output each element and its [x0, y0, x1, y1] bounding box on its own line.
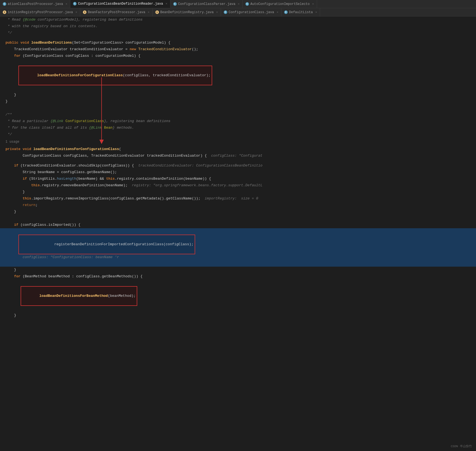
tab-close-auto[interactable]: × — [312, 2, 314, 6]
code-line-red-box-1: loadBeanDefinitionsForConfigurationClass… — [0, 59, 476, 92]
tab-default-list[interactable]: C DefaultLista × — [281, 8, 320, 16]
tab-icon-c-config: C — [224, 10, 227, 14]
code-line: * for the class itself and all of its {@… — [0, 125, 476, 131]
code-line: ConfigurationClass configClass, TrackedC… — [0, 153, 476, 159]
code-line: String beanName = configClass.getBeanNam… — [0, 169, 476, 176]
tab-label-active: ConfigurationClassBeanDefinitionReader.j… — [78, 2, 163, 6]
code-line: TrackedConditionEvaluator trackedConditi… — [0, 46, 476, 53]
tab-label-registry-post: initionRegistryPostProcessor.java — [8, 10, 73, 14]
tab-close-b3[interactable]: × — [216, 11, 218, 14]
code-line: if (configClass.isImported()) { — [0, 222, 476, 228]
code-line: public void loadBeanDefinitions(Set<Conf… — [0, 40, 476, 46]
code-line: return; — [0, 202, 476, 208]
code-line: for (ConfigurationClass configClass : co… — [0, 53, 476, 59]
code-line: /** — [0, 111, 476, 118]
tab-reader[interactable]: C ConfigurationClassBeanDefinitionReader… — [70, 0, 170, 8]
tab-close[interactable]: × — [66, 2, 68, 6]
tab-icon-c-parser: C — [173, 2, 177, 6]
code-line: } — [0, 189, 476, 195]
tab-close-parser[interactable]: × — [238, 2, 240, 6]
code-line: * Read {@code configurationModel}, regis… — [0, 16, 476, 23]
tab-icon-i1: i — [3, 10, 6, 14]
code-line: } — [0, 267, 476, 273]
tab-close-b1[interactable]: × — [75, 11, 77, 14]
tab-auto[interactable]: C AutoConfigurationImportSelecto × — [243, 0, 317, 8]
tab-icon-i3: i — [155, 10, 159, 14]
tab-icon-i2: i — [83, 10, 86, 14]
code-line: * Read a particular {@Link Configuration… — [0, 118, 476, 125]
tab-label-auto: AutoConfigurationImportSelecto — [250, 2, 310, 6]
tab-icon-c-default: C — [284, 10, 288, 14]
code-line: private void loadBeanDefinitionsForConfi… — [0, 146, 476, 153]
code-line: } — [0, 312, 476, 319]
tab-bar-top[interactable]: C ationClassPostProcessor.java × C Confi… — [0, 0, 476, 8]
tab-icon-c-active: C — [73, 2, 77, 5]
tab-label: ationClassPostProcessor.java — [8, 2, 63, 6]
tab-icon-c: C — [3, 2, 6, 6]
tab-close-b5[interactable]: × — [315, 11, 317, 14]
tab-label-parser: ConfigurationClassParser.java — [178, 2, 236, 6]
code-line: } — [0, 208, 476, 215]
code-line: this.importRegistry.removeImportingClass… — [0, 195, 476, 202]
tab-processor[interactable]: C ationClassPostProcessor.java × — [0, 0, 70, 8]
tab-icon-c-auto: C — [245, 2, 249, 6]
code-line: } — [0, 92, 476, 98]
tab-close-b4[interactable]: × — [276, 11, 278, 14]
tab-label-bean-factory: BeanFactoryPostProcessor.java — [88, 10, 145, 14]
tab-bar-bottom[interactable]: i initionRegistryPostProcessor.java × i … — [0, 8, 476, 16]
watermark: CSDN 半山惊竹 — [451, 444, 472, 448]
code-line: } — [0, 98, 476, 105]
tab-bean-def-reg[interactable]: i BeanDefinitionRegistry.java × — [153, 8, 221, 16]
code-line: * with the registry based on its content… — [0, 23, 476, 30]
tab-label-config-class: ConfigurationClass.java — [229, 10, 274, 14]
tab-label-bean-def-reg: BeanDefinitionRegistry.java — [160, 10, 214, 14]
tab-parser[interactable]: C ConfigurationClassParser.java × — [170, 0, 243, 8]
arrow-svg — [93, 75, 110, 146]
code-line: this.registry.removeBeanDefinition(beanN… — [0, 182, 476, 189]
code-line-red-box-2: loadBeanDefinitionsForBeanMethod(beanMet… — [0, 280, 476, 312]
code-line: if (StringUtils.hasLength(beanName) && t… — [0, 176, 476, 182]
tab-label-default-list: DefaultLista — [289, 10, 313, 14]
code-line: */ — [0, 30, 476, 36]
code-line: if (trackedConditionEvaluator.shouldSkip… — [0, 162, 476, 169]
code-line: for (BeanMethod beanMethod : configClass… — [0, 273, 476, 280]
code-area: * Read {@code configurationModel}, regis… — [0, 16, 476, 319]
tab-registry-post[interactable]: i initionRegistryPostProcessor.java × — [0, 8, 80, 16]
code-line: */ — [0, 131, 476, 138]
usage-hint: 1 usage — [5, 140, 19, 144]
code-line-blue-highlight: registerBeanDefinitionForImportedConfigu… — [0, 228, 476, 267]
tab-config-class[interactable]: C ConfigurationClass.java × — [221, 8, 281, 16]
tab-close-b2[interactable]: × — [148, 11, 150, 14]
tab-close-active[interactable]: × — [166, 2, 167, 5]
tab-bean-factory[interactable]: i BeanFactoryPostProcessor.java × — [80, 8, 152, 16]
